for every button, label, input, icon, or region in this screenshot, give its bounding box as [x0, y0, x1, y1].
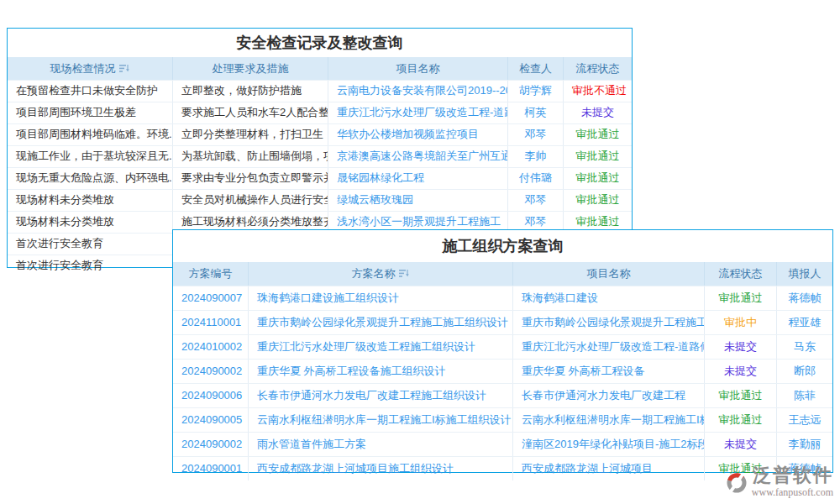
situation-cell: 首次进行安全教育 [8, 255, 173, 276]
brand-name: 泛普软件 [753, 465, 833, 486]
table-row: 2024090002 雨水管道首件施工方案 潼南区2019年绿化补贴项目-施工2… [173, 432, 832, 456]
project-link[interactable]: 珠海鹤港口建设 [513, 286, 705, 310]
reporter-name[interactable]: 王志远 [777, 408, 832, 432]
sort-icon [119, 64, 130, 73]
project-link[interactable]: 晟铭园林绿化工程 [328, 168, 508, 189]
column-header-project: 项目名称 [328, 57, 508, 80]
measure-cell: 要求施工人员和水车2人配合整... [173, 102, 328, 123]
table-row: 2024090005 云南水利枢纽潜明水库一期工程施工I标施工组织设计 云南水利… [173, 407, 832, 432]
reporter-name[interactable]: 李勤丽 [777, 433, 832, 456]
reporter-name[interactable]: 陈菲 [777, 384, 832, 407]
reporter-name[interactable]: 断郎 [777, 360, 832, 383]
column-header-project: 项目名称 [513, 262, 705, 286]
column-header-status: 流程状态 [564, 57, 632, 80]
situation-cell: 现场无重大危险点源、内环强电... [8, 168, 173, 189]
status-badge: 审批通过 [705, 384, 777, 407]
measure-cell: 为基坑卸载、防止围墙倒塌，项... [173, 146, 328, 167]
table-row: 现场材料未分类堆放 安全员对机械操作人员进行安全... 绿城云栖玫瑰园 邓琴 审… [8, 189, 632, 211]
project-link[interactable]: 云南水利枢纽潜明水库一期工程施工I标 [513, 408, 705, 432]
reporter-name[interactable]: 蒋德帧 [777, 286, 832, 310]
status-badge: 未提交 [705, 360, 777, 383]
situation-cell: 现场材料未分类堆放 [8, 212, 173, 233]
plan-name-link[interactable]: 长春市伊通河水力发电厂改建工程施工组织设计 [249, 384, 513, 407]
plan-no-link[interactable]: 2024090007 [173, 286, 249, 310]
project-link[interactable]: 潼南区2019年绿化补贴项目-施工2标段 [513, 433, 705, 456]
situation-cell: 项目部周围环境卫生极差 [8, 102, 173, 123]
status-badge: 审批通过 [705, 408, 777, 432]
project-link[interactable]: 重庆华夏 外高桥工程设备 [513, 360, 705, 383]
plan-name-link[interactable]: 珠海鹤港口建设施工组织设计 [249, 286, 513, 310]
inspector-name[interactable]: 柯英 [508, 102, 564, 123]
project-link[interactable]: 西安成都路龙湖上河城项目 [513, 457, 705, 480]
safety-panel-title: 安全检查记录及整改查询 [8, 29, 632, 57]
plan-name-link[interactable]: 西安成都路龙湖上河城项目施工组织设计 [249, 457, 513, 480]
plan-name-link[interactable]: 重庆市鹅岭公园绿化景观提升工程施工施工组织设计 [249, 311, 513, 334]
situation-cell: 现场材料未分类堆放 [8, 190, 173, 211]
plan-no-link[interactable]: 2024090006 [173, 384, 249, 407]
column-header-situation[interactable]: 现场检查情况 [8, 57, 173, 80]
column-header-status: 流程状态 [705, 262, 777, 286]
plan-panel-title: 施工组织方案查询 [173, 230, 832, 262]
project-link[interactable]: 云南电力设备安装有限公司2019--2020年度 [328, 81, 508, 102]
plan-name-link[interactable]: 云南水利枢纽潜明水库一期工程施工I标施工组织设计 [249, 408, 513, 432]
brand-footer: 泛普软件 www.fanpusoft.com [725, 465, 833, 499]
column-header-plan-name[interactable]: 方案名称 [249, 262, 513, 286]
status-badge: 审批不通过 [564, 81, 632, 102]
status-badge: 审批通过 [564, 168, 632, 189]
plan-table-header: 方案编号 方案名称 项目名称 流程状态 填报人 [173, 262, 832, 286]
plan-name-link[interactable]: 重庆江北污水处理厂级改造工程施工组织设计 [249, 335, 513, 359]
status-badge: 审批通过 [564, 124, 632, 145]
fanpu-logo-icon [725, 470, 748, 494]
table-row: 2024090007 珠海鹤港口建设施工组织设计 珠海鹤港口建设 审批通过 蒋德… [173, 286, 832, 310]
table-row: 项目部周围环境卫生极差 要求施工人员和水车2人配合整... 重庆江北污水处理厂级… [8, 102, 632, 123]
status-badge: 未提交 [705, 433, 777, 456]
column-header-label: 方案名称 [352, 267, 396, 280]
column-header-measure: 处理要求及措施 [173, 57, 328, 80]
plan-no-link[interactable]: 2024090005 [173, 408, 249, 432]
table-row: 现场无重大危险点源、内环强电... 要求由专业分包负责立即警示并... 晟铭园林… [8, 167, 632, 189]
plan-query-panel: 施工组织方案查询 方案编号 方案名称 项目名称 流程状态 填报人 2024090… [172, 229, 833, 473]
project-link[interactable]: 长春市伊通河水力发电厂改建工程 [513, 384, 705, 407]
status-badge: 未提交 [564, 102, 632, 123]
plan-no-link[interactable]: 2024010002 [173, 335, 249, 359]
column-header-reporter: 填报人 [777, 262, 832, 286]
plan-no-link[interactable]: 2024090001 [173, 457, 249, 480]
table-row: 在预留检查井口未做安全防护 立即整改，做好防护措施 云南电力设备安装有限公司20… [8, 80, 632, 102]
reporter-name[interactable]: 马东 [777, 335, 832, 359]
inspector-name[interactable]: 李帅 [508, 146, 564, 167]
situation-cell: 在预留检查井口未做安全防护 [8, 81, 173, 102]
table-row: 2024090002 重庆华夏 外高桥工程设备施工组织设计 重庆华夏 外高桥工程… [173, 359, 832, 383]
sort-icon [399, 269, 410, 278]
plan-no-link[interactable]: 2024110001 [173, 311, 249, 334]
table-row: 2024010002 重庆江北污水处理厂级改造工程施工组织设计 重庆江北污水处理… [173, 334, 832, 359]
column-header-label: 现场检查情况 [50, 62, 116, 75]
reporter-name[interactable]: 程亚雄 [777, 311, 832, 334]
plan-no-link[interactable]: 2024090002 [173, 360, 249, 383]
table-row: 项目部周围材料堆码临难。环境... 立即分类整理材料，打扫卫生 华软办公楼增加视… [8, 123, 632, 145]
project-link[interactable]: 重庆市鹅岭公园绿化景观提升工程施工 [513, 311, 705, 334]
status-badge: 审批通过 [564, 190, 632, 211]
measure-cell: 安全员对机械操作人员进行安全... [173, 190, 328, 211]
measure-cell: 立即分类整理材料，打扫卫生 [173, 124, 328, 145]
plan-name-link[interactable]: 重庆华夏 外高桥工程设备施工组织设计 [249, 360, 513, 383]
project-link[interactable]: 重庆江北污水处理厂级改造工程-道路修复 [513, 335, 705, 359]
inspector-name[interactable]: 邓琴 [508, 190, 564, 211]
situation-cell: 项目部周围材料堆码临难。环境... [8, 124, 173, 145]
inspector-name[interactable]: 邓琴 [508, 124, 564, 145]
situation-cell: 现施工作业，由于基坑较深且无... [8, 146, 173, 167]
status-badge: 审批通过 [564, 146, 632, 167]
project-link[interactable]: 重庆江北污水处理厂级改造工程-道路修复 [328, 102, 508, 123]
status-badge: 审批通过 [705, 286, 777, 310]
measure-cell: 要求由专业分包负责立即警示并... [173, 168, 328, 189]
status-badge: 审批中 [705, 311, 777, 334]
project-link[interactable]: 京港澳高速公路粤境韶关至广州互通路面改造 [328, 146, 508, 167]
inspector-name[interactable]: 付伟璐 [508, 168, 564, 189]
project-link[interactable]: 绿城云栖玫瑰园 [328, 190, 508, 211]
project-link[interactable]: 华软办公楼增加视频监控项目 [328, 124, 508, 145]
plan-no-link[interactable]: 2024090002 [173, 433, 249, 456]
page: 安全检查记录及整改查询 现场检查情况 处理要求及措施 项目名称 检查人 流程状态… [0, 0, 840, 504]
situation-cell: 首次进行安全教育 [8, 234, 173, 255]
inspector-name[interactable]: 胡学辉 [508, 81, 564, 102]
plan-name-link[interactable]: 雨水管道首件施工方案 [249, 433, 513, 456]
table-row: 现施工作业，由于基坑较深且无... 为基坑卸载、防止围墙倒塌，项... 京港澳高… [8, 145, 632, 167]
